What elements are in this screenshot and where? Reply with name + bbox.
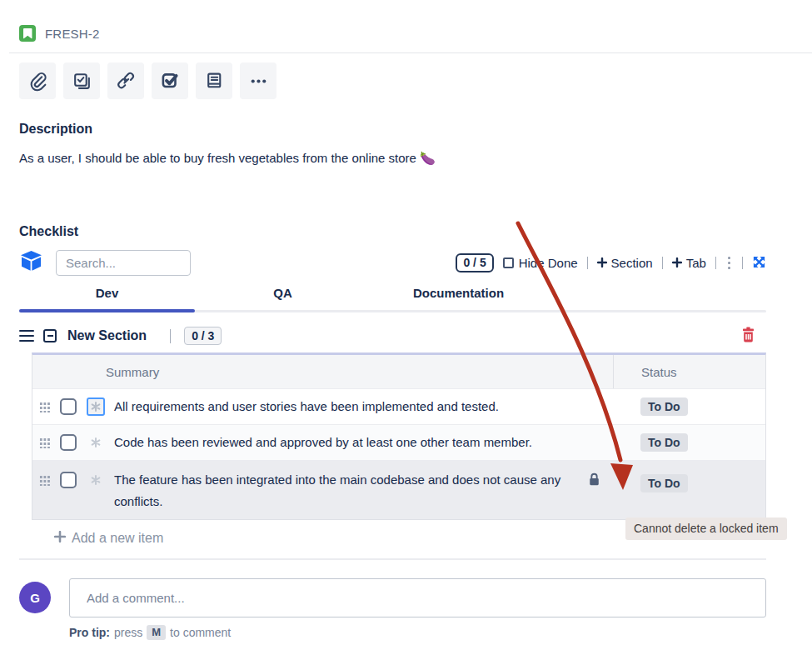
item-status-cell: To Do xyxy=(613,398,765,416)
section-drag-handle-icon[interactable] xyxy=(19,330,34,342)
expand-checklist-button[interactable] xyxy=(752,255,766,272)
link-button[interactable] xyxy=(107,62,144,99)
plus-icon xyxy=(672,256,682,270)
checklist-table: Summary Status All requirements and user… xyxy=(32,352,766,520)
priority-asterisk-icon[interactable] xyxy=(87,433,105,452)
item-checkbox[interactable] xyxy=(60,398,77,415)
checklist-box-logo-icon xyxy=(19,250,43,276)
comment-area: G xyxy=(19,578,766,618)
item-checkbox[interactable] xyxy=(60,434,77,451)
item-drag-handle[interactable] xyxy=(39,474,51,486)
quick-actions-toolbar xyxy=(19,62,766,99)
ellipsis-icon xyxy=(248,71,269,92)
status-column-header: Status xyxy=(613,355,765,388)
checklist-toolbar-left xyxy=(19,250,191,276)
item-drag-handle[interactable] xyxy=(39,437,51,448)
subtask-check-icon xyxy=(72,71,92,92)
lock-icon[interactable] xyxy=(588,472,601,489)
section-header: New Section 0 / 3 xyxy=(19,326,766,346)
checklist-tabs: Dev QA Documentation xyxy=(19,286,766,312)
add-new-item-button[interactable]: Add a new item xyxy=(54,531,163,546)
add-section-label: Section xyxy=(611,256,653,270)
link-icon xyxy=(116,71,137,92)
more-actions-button[interactable] xyxy=(240,62,276,99)
add-tab-label: Tab xyxy=(686,256,706,270)
priority-asterisk-icon[interactable] xyxy=(87,398,105,416)
checklist-more-menu-button[interactable] xyxy=(725,255,733,271)
plus-icon xyxy=(597,256,607,270)
add-section-button[interactable]: Section xyxy=(597,256,653,270)
toolbar-separator xyxy=(715,257,716,269)
add-checklist-item-button[interactable] xyxy=(63,62,100,99)
pages-button[interactable] xyxy=(196,62,232,99)
checklist-icon xyxy=(159,70,181,92)
hide-done-toggle[interactable]: Hide Done xyxy=(503,256,578,270)
keyboard-key-m: M xyxy=(147,625,166,640)
checklist-item-row-locked: The feature has been integrated into the… xyxy=(32,460,765,519)
summary-column-header: Summary xyxy=(32,355,613,388)
checklist-progress-badge: 0 / 5 xyxy=(456,253,493,272)
status-badge[interactable]: To Do xyxy=(640,433,688,452)
user-avatar[interactable]: G xyxy=(19,582,51,613)
hide-done-checkbox[interactable] xyxy=(503,258,514,268)
checklist-toolbar: 0 / 5 Hide Done Section Ta xyxy=(19,250,766,276)
checklist-search-input[interactable] xyxy=(56,250,191,276)
attach-button[interactable] xyxy=(19,62,56,99)
item-summary[interactable]: Code has been reviewed and approved by a… xyxy=(114,432,613,453)
tab-dev[interactable]: Dev xyxy=(19,286,195,310)
collapse-section-icon[interactable] xyxy=(43,329,57,342)
checklist-item-row: Code has been reviewed and approved by a… xyxy=(32,424,765,460)
trash-icon xyxy=(740,326,756,346)
hide-done-label: Hide Done xyxy=(519,256,578,270)
section-divider xyxy=(19,558,766,560)
item-summary[interactable]: All requirements and user stories have b… xyxy=(114,396,613,418)
section-progress-badge: 0 / 3 xyxy=(184,327,222,345)
breadcrumb: FRESH-2 xyxy=(19,25,766,42)
add-tab-button[interactable]: Tab xyxy=(672,256,706,270)
delete-section-button[interactable] xyxy=(740,326,756,346)
priority-asterisk-icon[interactable] xyxy=(87,471,105,489)
expand-icon xyxy=(752,255,766,272)
checklist-button[interactable] xyxy=(152,62,188,99)
toolbar-separator xyxy=(742,257,743,269)
checklist-toolbar-right: 0 / 5 Hide Done Section Ta xyxy=(456,253,766,272)
toolbar-separator xyxy=(587,257,588,269)
issue-view-page: FRESH-2 xyxy=(0,0,812,660)
item-checkbox[interactable] xyxy=(60,472,77,488)
plus-icon xyxy=(54,531,66,546)
pro-tip-label: Pro tip: xyxy=(69,626,110,639)
pro-tip: Pro tip: press M to comment xyxy=(69,625,766,640)
description-heading: Description xyxy=(19,122,766,137)
book-icon xyxy=(204,71,225,92)
item-summary[interactable]: The feature has been integrated into the… xyxy=(114,469,588,512)
locked-item-tooltip: Cannot delete a locked item xyxy=(625,518,787,540)
paperclip-icon xyxy=(27,71,48,92)
section-title[interactable]: New Section xyxy=(67,328,147,343)
comment-input[interactable] xyxy=(69,578,766,618)
table-header: Summary Status xyxy=(32,355,765,388)
toolbar-separator xyxy=(662,257,663,269)
tab-documentation[interactable]: Documentation xyxy=(371,286,546,310)
story-type-icon[interactable] xyxy=(19,25,36,42)
pro-tip-press: press xyxy=(114,626,142,639)
active-tab-indicator xyxy=(19,309,195,312)
status-badge[interactable]: To Do xyxy=(640,474,688,492)
issue-key[interactable]: FRESH-2 xyxy=(45,27,100,41)
item-drag-handle[interactable] xyxy=(39,401,51,412)
section-separator xyxy=(170,329,171,343)
add-new-item-label: Add a new item xyxy=(72,531,163,546)
pro-tip-suffix: to comment xyxy=(170,626,231,639)
item-status-cell: To Do xyxy=(613,433,765,452)
item-status-cell: To Do xyxy=(613,469,765,492)
tab-qa[interactable]: QA xyxy=(195,286,371,310)
status-badge[interactable]: To Do xyxy=(640,398,688,416)
checklist-item-row: All requirements and user stories have b… xyxy=(32,388,765,424)
header-divider xyxy=(9,52,812,53)
description-text[interactable]: As a user, I should be able to buy fresh… xyxy=(19,151,766,166)
checklist-heading: Checklist xyxy=(19,224,766,239)
